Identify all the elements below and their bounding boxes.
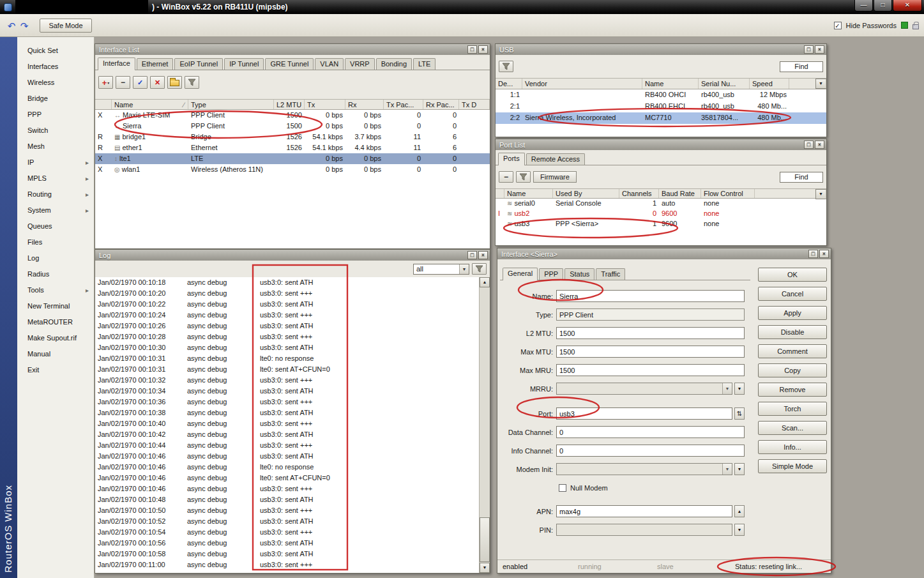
flag-column-header[interactable] <box>95 100 112 109</box>
sidebar-item[interactable]: Switch <box>17 123 94 139</box>
interface-list-titlebar[interactable]: Interface List □ × <box>95 44 490 55</box>
usb-row[interactable]: 2:1 RB400 EHCI rb400_usb 480 Mb... <box>496 101 826 112</box>
chevron-down-icon[interactable]: ▼ <box>459 264 469 274</box>
rxpac-column-header[interactable]: Rx Pac... <box>423 100 459 109</box>
max-mtu-input[interactable] <box>556 346 745 358</box>
log-entry[interactable]: Jan/02/1970 00:10:52 async debug usb3:0:… <box>95 516 479 527</box>
dialog-button[interactable]: Disable <box>758 325 827 339</box>
chevron-down-icon[interactable]: ▼ <box>722 383 732 394</box>
port-row[interactable]: ≋serial0 Serial Console 1 auto none <box>496 199 826 209</box>
close-icon[interactable]: × <box>478 45 488 54</box>
log-entry[interactable]: Jan/02/1970 00:11:00 async debug usb3:0:… <box>95 559 479 570</box>
sidebar-item[interactable]: Manual <box>17 346 94 362</box>
tab[interactable]: Traffic <box>596 268 625 280</box>
close-icon[interactable]: × <box>815 141 824 149</box>
port-row[interactable]: I ≋usb2 0 9600 none <box>496 209 826 219</box>
port-row[interactable]: ≋usb3 PPP <Sierra> 1 9600 none <box>496 219 826 229</box>
port-list-titlebar[interactable]: Port List □ × <box>496 139 826 150</box>
log-scrollbar[interactable]: ▲ ▼ <box>479 277 490 573</box>
tab[interactable]: EoIP Tunnel <box>174 58 223 70</box>
tab[interactable]: Remote Access <box>526 153 585 165</box>
redo-button[interactable]: ↷ <box>18 19 31 33</box>
column-select-icon[interactable]: ▼ <box>815 79 826 89</box>
interface-row[interactable]: X ◎wlan1 Wireless (Atheros 11N) 0 bps 0 … <box>95 164 490 175</box>
type-column-header[interactable]: Type <box>188 100 274 109</box>
info-channel-input[interactable] <box>556 445 745 457</box>
scroll-up-icon[interactable]: ▲ <box>480 277 490 287</box>
dialog-button[interactable]: Scan... <box>758 421 827 435</box>
sidebar-item[interactable]: Log <box>17 250 94 266</box>
restore-icon[interactable]: □ <box>467 45 477 54</box>
tab[interactable]: GRE Tunnel <box>265 58 314 70</box>
restore-icon[interactable]: □ <box>804 141 814 149</box>
l2mtu-column-header[interactable]: L2 MTU <box>274 100 305 109</box>
sidebar-item[interactable]: Bridge <box>17 91 94 107</box>
dialog-button[interactable]: Simple Mode <box>758 459 827 473</box>
usb-find-button[interactable]: Find <box>780 61 823 72</box>
sidebar-item[interactable]: Radius <box>17 266 94 282</box>
enable-button[interactable]: ✓ <box>133 76 148 89</box>
apn-input[interactable] <box>556 505 732 517</box>
apn-toggle-button[interactable]: ▲ <box>734 505 745 517</box>
baud-column-header[interactable]: Baud Rate <box>659 189 701 198</box>
log-entry[interactable]: Jan/02/1970 00:10:48 async debug usb3:0:… <box>95 494 479 505</box>
log-entry[interactable]: Jan/02/1970 00:10:54 async debug usb3:0:… <box>95 527 479 538</box>
sidebar-item[interactable]: System ▸ <box>17 202 94 218</box>
usb-row[interactable]: 1:1 RB400 OHCI rb400_usb 12 Mbps <box>496 89 826 101</box>
log-entry[interactable]: Jan/02/1970 00:10:36 async debug usb3:0:… <box>95 397 479 407</box>
restore-icon[interactable]: □ <box>808 250 818 258</box>
log-entry[interactable]: Jan/02/1970 00:10:46 async debug lte0: s… <box>95 473 479 483</box>
sort-ascending-icon[interactable]: ∕ <box>183 100 185 110</box>
tab[interactable]: Ports <box>498 153 525 165</box>
dialog-button[interactable]: Apply <box>758 306 827 320</box>
port-input[interactable] <box>556 407 732 420</box>
interface-row[interactable]: X ↔Maxis LTE-SIM PPP Client 1500 0 bps 0… <box>95 110 490 121</box>
tab[interactable]: General <box>503 268 538 280</box>
tab[interactable]: Bonding <box>376 58 412 70</box>
usedby-column-header[interactable]: Used By <box>553 189 619 198</box>
usb-titlebar[interactable]: USB □ × <box>496 44 826 55</box>
close-button[interactable]: ✕ <box>893 0 922 11</box>
log-entry[interactable]: Jan/02/1970 00:10:26 async debug usb3:0:… <box>95 321 479 331</box>
speed-column-header[interactable]: Speed <box>750 79 789 89</box>
l2mtu-input[interactable] <box>556 327 745 339</box>
log-entry[interactable]: Jan/02/1970 00:10:46 async debug usb3:0:… <box>95 483 479 494</box>
scrollbar-thumb[interactable] <box>480 517 490 562</box>
interface-row[interactable]: R ▦bridge1 Bridge 1526 54.1 kbps 3.7 kbp… <box>95 132 490 142</box>
tx-column-header[interactable]: Tx <box>305 100 345 109</box>
flow-column-header[interactable]: Flow Control <box>701 189 755 198</box>
minimize-button[interactable]: — <box>854 0 873 11</box>
log-filter-combo[interactable]: all ▼ <box>413 264 469 275</box>
column-select-icon[interactable]: ▼ <box>815 189 826 199</box>
remove-button[interactable]: − <box>499 171 513 183</box>
pin-toggle-button[interactable]: ▼ <box>734 524 745 536</box>
interface-row[interactable]: ↔Sierra PPP Client 1500 0 bps 0 bps 0 0 <box>95 121 490 132</box>
sidebar-item[interactable]: MPLS ▸ <box>17 171 94 186</box>
tab[interactable]: IP Tunnel <box>224 58 264 70</box>
sidebar-item[interactable]: PPP <box>17 107 94 123</box>
log-entry[interactable]: Jan/02/1970 00:10:58 async debug usb3:0:… <box>95 549 479 559</box>
rx-column-header[interactable]: Rx <box>345 100 384 109</box>
log-entry[interactable]: Jan/02/1970 00:10:38 async debug usb3:0:… <box>95 407 479 418</box>
maximize-button[interactable]: □ <box>874 0 892 11</box>
device-column-header[interactable]: De... <box>496 79 522 89</box>
sidebar-item[interactable]: Tools ▸ <box>17 282 94 298</box>
usb-row[interactable]: 2:2 Sierra Wireless, Incorporated MC7710… <box>496 112 826 124</box>
close-icon[interactable]: × <box>815 45 824 54</box>
log-entry[interactable]: Jan/02/1970 00:10:20 async debug usb3:0:… <box>95 288 479 299</box>
log-titlebar[interactable]: Log □ × <box>95 250 490 261</box>
scroll-down-icon[interactable]: ▼ <box>480 563 490 573</box>
log-entry[interactable]: Jan/02/1970 00:10:46 async debug lte0: n… <box>95 462 479 473</box>
sidebar-item[interactable]: Routing ▸ <box>17 186 94 202</box>
log-entry[interactable]: Jan/02/1970 00:10:22 async debug usb3:0:… <box>95 299 479 310</box>
log-entry[interactable]: Jan/02/1970 00:10:40 async debug usb3:0:… <box>95 418 479 429</box>
sidebar-item[interactable]: Exit <box>17 362 94 378</box>
add-button[interactable]: + ▾ <box>98 76 113 89</box>
restore-icon[interactable]: □ <box>467 251 477 259</box>
safe-mode-button[interactable]: Safe Mode <box>40 19 92 33</box>
log-entry[interactable]: Jan/02/1970 00:10:24 async debug usb3:0:… <box>95 310 479 321</box>
chevron-down-icon[interactable]: ▼ <box>722 464 732 475</box>
log-entry[interactable]: Jan/02/1970 00:10:34 async debug usb3:0:… <box>95 386 479 397</box>
interface-row[interactable]: R ▤ether1 Ethernet 1526 54.1 kbps 4.4 kb… <box>95 142 490 153</box>
log-entry[interactable]: Jan/02/1970 00:10:46 async debug usb3:0:… <box>95 451 479 462</box>
